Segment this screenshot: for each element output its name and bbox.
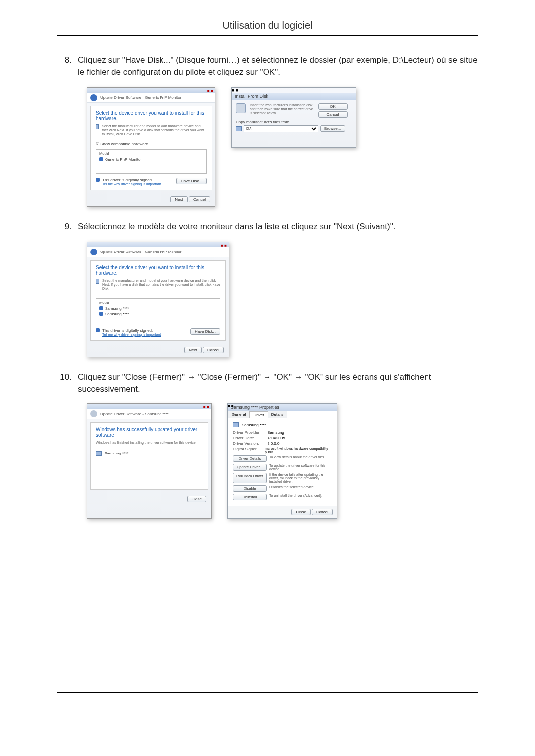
success-heading: Windows has successfully updated your dr… bbox=[96, 427, 203, 438]
copy-from-label: Copy manufacturer's files from: bbox=[236, 120, 352, 124]
close-icon[interactable]: ■ ■ bbox=[203, 405, 209, 409]
cancel-button[interactable]: Cancel bbox=[318, 111, 348, 118]
have-disk-button[interactable]: Have Disk... bbox=[176, 178, 207, 184]
model-header: Model bbox=[99, 151, 203, 156]
page-title-wrap: Utilisation du logiciel bbox=[57, 20, 478, 36]
shield-icon bbox=[99, 306, 103, 310]
monitor-icon bbox=[96, 124, 99, 129]
have-disk-button[interactable]: Have Disk... bbox=[190, 328, 220, 335]
drive-select[interactable]: D:\ bbox=[244, 125, 318, 132]
next-button[interactable]: Next bbox=[184, 347, 201, 353]
success-device: Samsung **** bbox=[105, 451, 128, 455]
cancel-button[interactable]: Cancel bbox=[203, 347, 224, 353]
monitor-icon bbox=[96, 279, 99, 284]
tab-driver[interactable]: Driver bbox=[249, 411, 268, 418]
date-key: Driver Date: bbox=[233, 436, 268, 440]
cancel-button[interactable]: Cancel bbox=[189, 196, 210, 202]
close-button[interactable]: Close bbox=[187, 496, 206, 502]
dialog-update-success: ■ ■ ← Update Driver Software - Samsung *… bbox=[87, 403, 212, 519]
close-button[interactable]: Close bbox=[291, 509, 310, 515]
back-icon: ← bbox=[90, 410, 97, 417]
signed-text: This driver is digitally signed. bbox=[102, 328, 160, 333]
dialog-description: Select the manufacturer and model of you… bbox=[102, 279, 220, 291]
close-icon[interactable]: ■ ■ bbox=[221, 243, 227, 248]
model-row: Generic PnP Monitor bbox=[105, 157, 142, 162]
nav-text: Update Driver Software - Generic PnP Mon… bbox=[100, 250, 181, 254]
dialog-properties: ■ ■ Samsung **** Properties General Driv… bbox=[227, 403, 337, 519]
dialog-heading: Select the device driver you want to ins… bbox=[96, 265, 220, 276]
signed-text: This driver is digitally signed. bbox=[102, 178, 160, 182]
step9-number: 9. bbox=[57, 221, 78, 233]
shield-icon bbox=[96, 178, 100, 182]
nav-text: Update Driver Software - Samsung **** bbox=[100, 412, 169, 416]
tab-details[interactable]: Details bbox=[268, 411, 287, 418]
properties-device: Samsung **** bbox=[242, 423, 266, 427]
drive-icon bbox=[236, 103, 246, 113]
back-icon[interactable]: ← bbox=[90, 94, 97, 101]
close-icon[interactable]: ■ ■ bbox=[207, 89, 213, 93]
provider-key: Driver Provider: bbox=[233, 430, 268, 435]
model-listbox[interactable]: Model Samsung **** Samsung **** bbox=[96, 298, 220, 324]
why-link[interactable]: Tell me why driver signing is important bbox=[102, 333, 160, 336]
uninstall-button[interactable]: Uninstall bbox=[233, 494, 267, 500]
close-icon[interactable]: ■ ■ bbox=[228, 404, 234, 408]
shield-icon bbox=[96, 328, 100, 332]
next-button[interactable]: Next bbox=[170, 196, 187, 202]
show-compatible-label: Show compatible hardware bbox=[100, 142, 148, 146]
shield-icon bbox=[99, 157, 103, 161]
driver-details-desc: To view details about the driver files. bbox=[269, 455, 332, 462]
signer-value: microsoft windows hardware compatibility… bbox=[265, 447, 332, 454]
footer-rule bbox=[57, 692, 478, 693]
dialog-install-from-disk: ■ ■ Install From Disk Insert the manufac… bbox=[231, 87, 356, 148]
disk-message: Insert the manufacturer's installation d… bbox=[250, 103, 314, 118]
dialog-heading: Select the device driver you want to ins… bbox=[96, 110, 207, 121]
model-listbox[interactable]: Model Generic PnP Monitor bbox=[96, 149, 207, 174]
success-sub: Windows has finished installing the driv… bbox=[96, 441, 203, 445]
step10-figures: ■ ■ ← Update Driver Software - Samsung *… bbox=[87, 403, 478, 519]
rollback-driver-desc: If the device fails after updating the d… bbox=[269, 473, 332, 483]
drive-small-icon bbox=[236, 126, 242, 131]
properties-tabs: General Driver Details bbox=[228, 411, 337, 418]
nav-text: Update Driver Software - Generic PnP Mon… bbox=[100, 95, 181, 100]
step8-figures: ■ ■ ← Update Driver Software - Generic P… bbox=[87, 87, 478, 207]
cancel-button[interactable]: Cancel bbox=[312, 509, 333, 515]
model-row-2: Samsung **** bbox=[105, 312, 129, 316]
dialog-description: Select the manufacturer and model of you… bbox=[102, 124, 207, 137]
step10-number: 10. bbox=[57, 371, 78, 395]
monitor-icon bbox=[233, 422, 239, 427]
close-icon[interactable]: ■ ■ bbox=[232, 88, 238, 93]
provider-value: Samsung bbox=[268, 430, 284, 435]
dialog-update-driver-2: ■ ■ ← Update Driver Software - Generic P… bbox=[87, 242, 229, 357]
browse-button[interactable]: Browse... bbox=[320, 125, 345, 132]
show-compatible-checkbox[interactable]: ☑ bbox=[96, 142, 99, 146]
driver-details-button[interactable]: Driver Details bbox=[233, 455, 267, 462]
signer-key: Digital Signer: bbox=[233, 447, 265, 454]
monitor-icon bbox=[96, 451, 102, 456]
why-link[interactable]: Tell me why driver signing is important bbox=[102, 182, 160, 186]
disk-title: Install From Disk bbox=[232, 93, 356, 100]
back-icon[interactable]: ← bbox=[90, 249, 97, 255]
version-value: 2.0.0.0 bbox=[268, 441, 279, 446]
step9-figures: ■ ■ ← Update Driver Software - Generic P… bbox=[87, 242, 478, 357]
update-driver-desc: To update the driver software for this d… bbox=[269, 464, 332, 471]
rollback-driver-button[interactable]: Roll Back Driver bbox=[233, 473, 267, 483]
shield-icon bbox=[99, 312, 103, 316]
model-header: Model bbox=[99, 301, 217, 305]
ok-button[interactable]: OK bbox=[318, 103, 348, 110]
properties-title: Samsung **** Properties bbox=[228, 404, 337, 411]
step8-text: Cliquez sur "Have Disk..." (Disque fourn… bbox=[78, 54, 478, 78]
tab-general[interactable]: General bbox=[228, 411, 250, 418]
step10-text: Cliquez sur "Close (Fermer)" → "Close (F… bbox=[78, 371, 478, 395]
uninstall-desc: To uninstall the driver (Advanced). bbox=[269, 494, 332, 500]
step8-number: 8. bbox=[57, 54, 78, 78]
disable-desc: Disables the selected device. bbox=[269, 485, 332, 492]
model-row-1: Samsung **** bbox=[105, 306, 129, 311]
disable-button[interactable]: Disable bbox=[233, 485, 267, 492]
step9-text: Sélectionnez le modèle de votre moniteur… bbox=[78, 221, 478, 233]
version-key: Driver Version: bbox=[233, 441, 268, 446]
dialog-update-driver-1: ■ ■ ← Update Driver Software - Generic P… bbox=[87, 87, 215, 207]
page-title: Utilisation du logiciel bbox=[222, 20, 312, 31]
update-driver-button[interactable]: Update Driver... bbox=[233, 464, 267, 471]
date-value: 4/14/2005 bbox=[268, 436, 285, 440]
